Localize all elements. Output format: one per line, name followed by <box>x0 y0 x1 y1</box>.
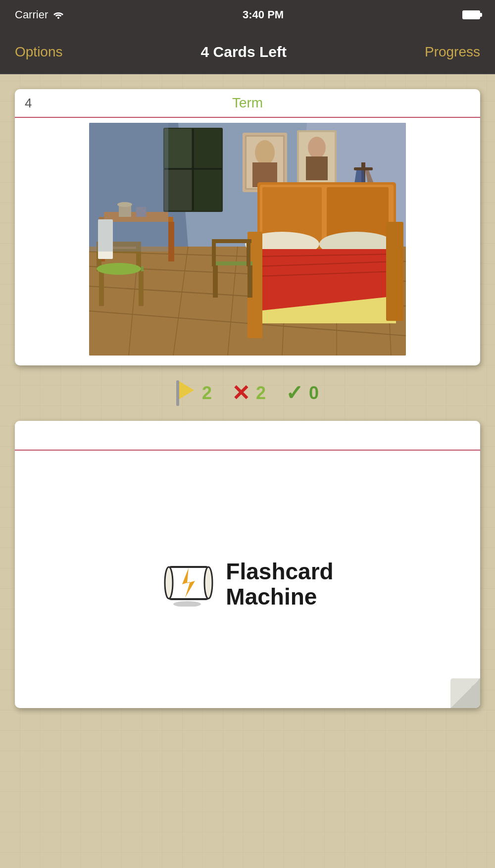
flagged-count: 2 <box>202 383 212 404</box>
nav-bar: Options 4 Cards Left Progress <box>0 30 495 74</box>
svg-rect-16 <box>164 129 192 168</box>
flagged-score-item: 2 <box>176 380 212 406</box>
options-button[interactable]: Options <box>15 44 63 60</box>
svg-rect-69 <box>169 567 208 599</box>
svg-rect-47 <box>168 222 174 261</box>
logo-scroll-icon <box>161 562 216 607</box>
main-content: 4 Term <box>0 74 495 718</box>
svg-rect-59 <box>213 265 218 298</box>
logo-text-line1: Flashcard <box>226 559 333 584</box>
svg-rect-52 <box>139 271 144 306</box>
svg-rect-18 <box>164 170 192 210</box>
svg-rect-68 <box>89 123 168 252</box>
status-bar: Carrier 3:40 PM <box>0 0 495 30</box>
flashcard-answer[interactable]: Flashcard Machine <box>15 421 480 708</box>
svg-point-29 <box>308 137 326 158</box>
flashcard-header: 4 Term <box>15 89 480 118</box>
van-gogh-painting <box>89 123 406 356</box>
logo-text-area: Flashcard Machine <box>226 559 333 609</box>
correct-icon: ✓ <box>286 383 303 404</box>
progress-button[interactable]: Progress <box>425 44 480 60</box>
term-label: Term <box>45 95 450 111</box>
svg-rect-60 <box>248 265 252 298</box>
svg-point-70 <box>165 567 173 599</box>
flashcard-image-area <box>15 118 480 365</box>
carrier-label: Carrier <box>15 8 64 21</box>
svg-rect-44 <box>386 222 403 321</box>
svg-point-71 <box>204 567 212 599</box>
flashcard-bottom-header <box>15 421 480 451</box>
svg-point-0 <box>57 17 59 19</box>
svg-rect-30 <box>306 156 328 180</box>
flag-icon <box>176 380 196 406</box>
flashcard-machine-logo: Flashcard Machine <box>161 559 333 609</box>
svg-rect-17 <box>194 129 221 168</box>
correct-score-item: ✓ 0 <box>286 383 319 404</box>
wrong-icon: ✕ <box>232 382 250 404</box>
score-bar: 2 ✕ 2 ✓ 0 <box>12 375 483 411</box>
wifi-icon <box>53 11 64 19</box>
svg-point-57 <box>97 263 141 275</box>
correct-count: 0 <box>309 383 319 404</box>
svg-rect-63 <box>212 239 251 243</box>
svg-rect-19 <box>194 170 221 210</box>
nav-title: 4 Cards Left <box>201 44 287 60</box>
svg-rect-32 <box>354 167 373 170</box>
card-number: 4 <box>25 96 45 111</box>
wrong-count: 2 <box>256 383 266 404</box>
flashcard-term[interactable]: 4 Term <box>15 89 480 365</box>
wrong-score-item: ✕ 2 <box>232 382 266 404</box>
svg-point-73 <box>173 601 201 607</box>
logo-text-line2: Machine <box>226 584 333 610</box>
svg-rect-51 <box>99 271 104 306</box>
svg-point-25 <box>255 140 275 165</box>
svg-marker-72 <box>182 568 195 598</box>
flashcard-bottom-content: Flashcard Machine <box>15 451 480 708</box>
svg-rect-62 <box>247 239 250 266</box>
status-time: 3:40 PM <box>243 8 284 21</box>
svg-rect-61 <box>212 239 216 266</box>
battery-icon <box>462 10 480 19</box>
